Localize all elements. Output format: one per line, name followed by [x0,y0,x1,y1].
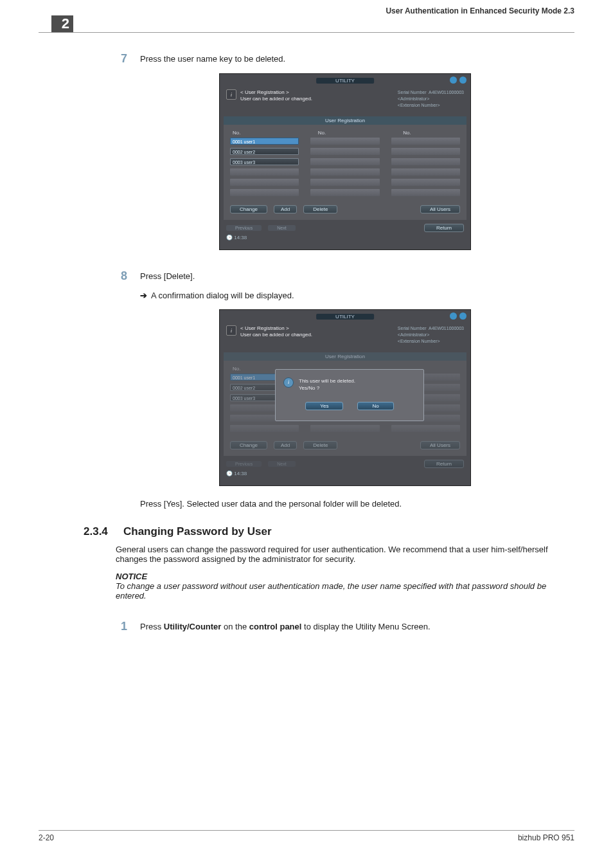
ext-line: <Extension Number> [398,102,464,109]
clock-value: 14:38 [234,235,247,240]
header-rule [39,32,574,33]
step-text: Press the user name key to be deleted. [140,52,285,66]
panel-title: User Registration [224,352,466,361]
previous-chip: Previous [226,461,262,467]
return-button[interactable]: Return [424,224,464,232]
empty-slot [391,138,460,145]
empty-slot [391,425,460,432]
empty-slot [230,168,299,176]
utility-screenshot-2: UTILITY i < User Registration > User can… [219,309,471,486]
next-chip: Next [268,461,295,467]
serial-label: Serial Number [398,326,427,330]
section-number: 2.3.4 [84,525,113,538]
empty-slot [391,158,460,165]
step-number: 1 [116,620,127,633]
step-text: Press [Delete]. [140,269,195,283]
empty-slot [230,425,299,432]
utility-title: UTILITY [316,78,374,84]
empty-slot [310,179,379,186]
footer-left: 2-20 [39,833,54,842]
utility-screenshot-1: UTILITY i < User Registration > User can… [219,73,471,250]
utility-title: UTILITY [316,314,374,320]
user-key-1[interactable]: 0001 user1 [230,138,299,145]
notice-body: To change a user password without user a… [116,581,574,601]
dialog-text-2: Yes/No ? [299,384,355,392]
empty-slot [310,425,379,432]
empty-slot [230,179,299,186]
footer-right: bizhub PRO 951 [518,833,574,842]
admin-line: <Administrator> [398,332,464,338]
t: Press [140,622,164,631]
return-button: Return [424,460,464,468]
step-number: 7 [116,52,127,66]
step-8-sub-text: A confirmation dialog will be displayed. [151,291,294,300]
col-head-no-3: No. [403,130,460,136]
add-button[interactable]: Add [274,205,297,213]
step-7: 7 Press the user name key to be deleted. [116,52,574,66]
delete-button: Delete [303,441,337,449]
info-icon: i [226,89,236,100]
arrow-icon: ➔ [140,291,147,300]
top-status-icons [450,77,466,84]
all-users-button: All Users [420,441,460,449]
page-footer: 2-20 bizhub PRO 951 [39,826,574,842]
step-text: Press Utility/Counter on the control pan… [140,620,431,633]
section-2-3-4-heading: 2.3.4 Changing Password by User [84,525,574,538]
empty-slot [310,138,379,145]
confirm-dialog: i This user will be deleted. Yes/No ? Ye… [275,369,424,421]
step-number: 8 [116,269,127,283]
header-line-2: User can be added or changed. [240,332,312,338]
dialog-no-button[interactable]: No [357,402,393,410]
after-step8-text: Press [Yes]. Selected user data and the … [140,499,574,509]
next-chip[interactable]: Next [268,225,295,231]
user-key-3[interactable]: 0003 user3 [230,158,299,165]
info-icon: i [226,325,236,336]
step-8: 8 Press [Delete]. [116,269,574,283]
serial-value: A4EW011000003 [429,326,464,330]
notice-heading: NOTICE [116,572,574,581]
bold-1: Utility/Counter [164,622,222,631]
clock-icon: 🕒 14:38 [226,235,470,240]
empty-slot [391,189,460,196]
panel-title: User Registration [224,116,466,125]
top-status-icons [450,312,466,320]
col-head-no-1: No. [233,130,290,136]
change-button[interactable]: Change [230,205,267,213]
ext-line: <Extension Number> [398,338,464,345]
empty-slot [391,168,460,176]
header-line-1: < User Registration > [240,89,312,96]
dialog-text-1: This user will be deleted. [299,377,355,384]
add-button: Add [274,441,297,449]
step-1: 1 Press Utility/Counter on the control p… [116,620,574,633]
empty-slot [310,158,379,165]
empty-slot [230,189,299,196]
info-icon: i [283,377,294,388]
empty-slot [310,168,379,176]
user-key-2[interactable]: 0002 user2 [230,148,299,155]
header-line-2: User can be added or changed. [240,96,312,102]
page-header-text: User Authentication in Enhanced Security… [386,6,574,15]
change-button: Change [230,441,267,449]
section-title: Changing Password by User [123,525,272,538]
serial-value: A4EW011000003 [429,90,464,95]
t: on the [221,622,249,631]
clock-icon: 🕒 14:38 [226,471,470,476]
section-body: General users can change the password re… [116,545,574,564]
previous-chip[interactable]: Previous [226,225,262,231]
admin-line: <Administrator> [398,96,464,102]
empty-slot [310,189,379,196]
header-line-1: < User Registration > [240,325,312,332]
empty-slot [391,148,460,155]
all-users-button[interactable]: All Users [420,205,460,213]
col-head-no-2: No. [318,130,375,136]
dialog-yes-button[interactable]: Yes [305,402,343,410]
empty-slot [391,179,460,186]
step-8-sub: ➔A confirmation dialog will be displayed… [140,291,574,300]
serial-label: Serial Number [398,90,427,95]
bold-2: control panel [249,622,302,631]
empty-slot [310,148,379,155]
clock-value: 14:38 [234,471,247,476]
t: to display the Utility Menu Screen. [301,622,430,631]
delete-button[interactable]: Delete [303,205,337,213]
